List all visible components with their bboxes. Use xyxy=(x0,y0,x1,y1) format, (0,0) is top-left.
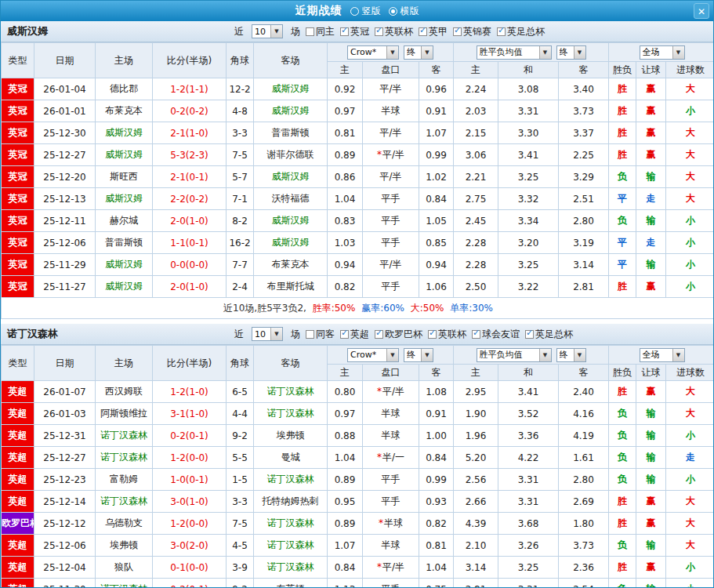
filter-checkbox-4[interactable]: 球会友谊 xyxy=(472,328,520,341)
away-team: 诺丁汉森林 xyxy=(254,557,328,579)
result-goals: 大 xyxy=(666,188,714,210)
handicap-line: 平手 xyxy=(363,579,419,588)
euro-home-odds: 5.20 xyxy=(454,447,498,469)
match-row: 英冠25-11-29威斯汉姆0-0(0-0)7-7布莱克本0.94平/半0.94… xyxy=(2,254,714,276)
home-team: 威斯汉姆 xyxy=(96,254,153,276)
popup-title: 近期战绩 xyxy=(295,4,343,18)
col-result-wdl: 胜负 xyxy=(609,365,636,381)
games-label: 场 xyxy=(291,25,300,38)
layout-radio-vertical[interactable]: 竖版 xyxy=(350,5,381,18)
result-wdl: 负 xyxy=(609,403,636,425)
home-team: 埃弗顿 xyxy=(96,535,153,557)
asia-stage-select[interactable]: 终▼ xyxy=(404,348,433,362)
avg-odds-select[interactable]: 胜平负均值▼ xyxy=(477,348,552,362)
euro-home-odds: 2.50 xyxy=(454,276,498,298)
league-badge: 英冠 xyxy=(2,144,34,166)
euro-away-odds: 2.81 xyxy=(559,276,609,298)
team-name: 诺丁汉森林 xyxy=(7,327,58,341)
filter-checkbox-2[interactable]: 欧罗巴杯 xyxy=(375,328,422,341)
result-handicap: 赢 xyxy=(636,513,666,535)
euro-home-odds: 2.28 xyxy=(454,254,498,276)
euro-draw-odds: 3.08 xyxy=(498,78,559,100)
filter-checkbox-3[interactable]: 英甲 xyxy=(419,25,448,38)
home-team: 德比郡 xyxy=(96,78,153,100)
match-count-select[interactable]: 10▼ xyxy=(252,24,283,38)
corner-score: 7-5 xyxy=(227,513,254,535)
filter-checkbox-1[interactable]: 英超 xyxy=(340,328,369,341)
result-handicap: 赢 xyxy=(636,100,666,122)
euro-draw-odds: 3.25 xyxy=(498,557,559,579)
filter-checkbox-2[interactable]: 英联杯 xyxy=(375,25,413,38)
corner-score: 2-4 xyxy=(227,276,254,298)
euro-away-odds: 2.51 xyxy=(559,188,609,210)
euro-away-odds: 2.54 xyxy=(559,579,609,588)
col-result-handicap: 让球 xyxy=(636,62,666,78)
filter-checkbox-0[interactable]: 同主 xyxy=(306,25,335,38)
filter-checkbox-3[interactable]: 英联杯 xyxy=(428,328,466,341)
result-goals: 大 xyxy=(666,166,714,188)
asia-home-odds: 0.80 xyxy=(328,381,363,403)
handicap-line: *平/半 xyxy=(363,557,419,579)
euro-home-odds: 4.39 xyxy=(454,513,498,535)
col-result-goals: 进球数 xyxy=(666,62,714,78)
popup-titlebar: 近期战绩 竖版横版 ✕ xyxy=(1,1,713,21)
asia-home-odds: 0.97 xyxy=(328,100,363,122)
filter-checkbox-4[interactable]: 英锦赛 xyxy=(453,25,491,38)
handicap-line: 平手 xyxy=(363,469,419,491)
home-team: 阿斯顿维拉 xyxy=(96,403,153,425)
filter-checkbox-5[interactable]: 英足总杯 xyxy=(497,25,545,38)
euro-stage-select[interactable]: 终▼ xyxy=(556,348,586,362)
filter-checkbox-1[interactable]: 英冠 xyxy=(340,25,369,38)
handicap-line: 半球 xyxy=(363,100,419,122)
filter-checkbox-0[interactable]: 同客 xyxy=(306,328,335,341)
league-badge: 英超 xyxy=(2,579,34,588)
summary-row: 近10场,胜5平3负2, 胜率:50% 赢率:60% 大:50% 单率:30% xyxy=(2,298,714,319)
bookmaker-select[interactable]: Crow*▼ xyxy=(347,45,399,60)
scope-select[interactable]: 全场▼ xyxy=(640,348,685,362)
euro-home-odds: 2.95 xyxy=(454,381,498,403)
result-goals: 大 xyxy=(666,491,714,513)
asia-away-odds: 1.06 xyxy=(419,276,454,298)
checkbox-icon xyxy=(375,330,383,339)
handicap-line: *平/半 xyxy=(363,381,419,403)
scope-select[interactable]: 全场▼ xyxy=(640,45,685,60)
star-mark: * xyxy=(379,517,383,528)
col-corner: 角球 xyxy=(227,346,254,381)
home-team: 威斯汉姆 xyxy=(96,276,153,298)
euro-stage-select[interactable]: 终▼ xyxy=(556,45,586,60)
star-mark: * xyxy=(377,149,382,160)
asia-home-odds: 0.81 xyxy=(328,122,363,144)
result-goals: 小 xyxy=(666,210,714,232)
col-euro-away: 客 xyxy=(559,365,609,381)
bookmaker-select[interactable]: Crow*▼ xyxy=(347,348,399,362)
asia-away-odds: 0.84 xyxy=(419,188,454,210)
layout-radio-horizontal[interactable]: 横版 xyxy=(389,5,419,18)
handicap-line: 平手 xyxy=(363,210,419,232)
match-date: 25-12-20 xyxy=(34,166,96,188)
euro-home-odds: 2.66 xyxy=(454,491,498,513)
euro-draw-odds: 3.41 xyxy=(498,144,559,166)
away-team: 威斯汉姆 xyxy=(254,210,328,232)
handicap-line: 平手 xyxy=(363,491,419,513)
col-away: 客场 xyxy=(254,346,328,381)
home-team: 诺丁汉森林 xyxy=(96,491,153,513)
euro-away-odds: 3.40 xyxy=(559,78,609,100)
match-date: 25-12-30 xyxy=(34,122,96,144)
filter-checkbox-5[interactable]: 英足总杯 xyxy=(525,328,573,341)
radio-label: 竖版 xyxy=(362,5,381,18)
col-away: 客场 xyxy=(254,43,328,78)
away-team: 诺丁汉森林 xyxy=(254,535,328,557)
euro-home-odds: 2.75 xyxy=(454,188,498,210)
avg-odds-select[interactable]: 胜平负均值▼ xyxy=(477,45,552,60)
col-result-wdl: 胜负 xyxy=(609,62,636,78)
euro-away-odds: 3.37 xyxy=(559,122,609,144)
col-euro-home: 主 xyxy=(454,62,498,78)
close-button[interactable]: ✕ xyxy=(694,3,709,19)
chevron-down-icon: ▼ xyxy=(270,328,282,340)
layout-radio-group: 竖版横版 xyxy=(343,4,419,19)
league-badge: 英超 xyxy=(2,491,34,513)
match-count-select[interactable]: 10▼ xyxy=(252,327,283,341)
record-summary: 近10场,胜5平3负2, 胜率:50% 赢率:60% 大:50% 单率:30% xyxy=(2,298,714,319)
asia-away-odds: 0.96 xyxy=(419,78,454,100)
asia-stage-select[interactable]: 终▼ xyxy=(404,45,433,60)
